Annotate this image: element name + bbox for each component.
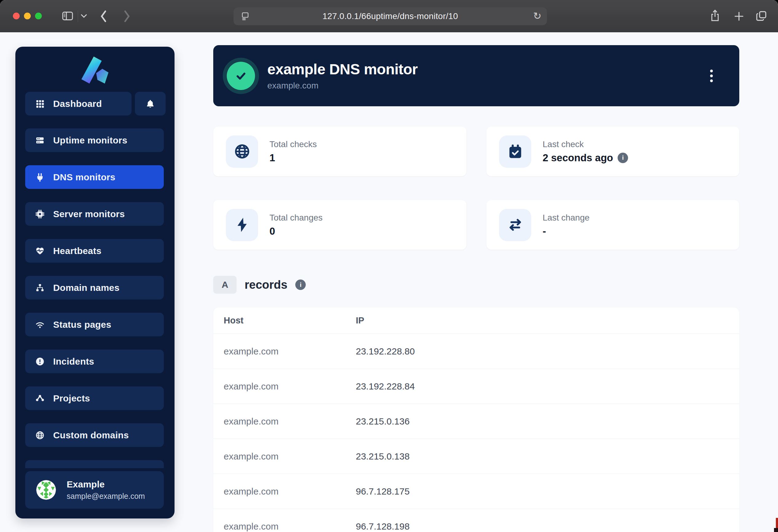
- new-tab-icon[interactable]: [733, 10, 745, 22]
- sidebar-item-label: Uptime monitors: [53, 135, 127, 146]
- back-button[interactable]: [99, 10, 108, 23]
- sidebar-toggle-icon[interactable]: [61, 10, 74, 22]
- server-stack-icon: [35, 136, 45, 145]
- screen-corner-artifact: [774, 528, 778, 532]
- sidebar-item-label: Custom domains: [53, 430, 129, 440]
- sidebar-item-label: Domain names: [53, 283, 120, 293]
- ip-cell: 96.7.128.198: [356, 521, 739, 532]
- notifications-button[interactable]: [135, 92, 166, 115]
- microchip-icon: [35, 209, 45, 219]
- host-cell: example.com: [224, 486, 356, 497]
- table-row: example.com 96.7.128.198: [213, 509, 739, 532]
- toolbar-divider: [78, 10, 78, 22]
- sidebar-item-heartbeats[interactable]: Heartbeats: [25, 239, 164, 263]
- account-name: Example: [67, 479, 145, 490]
- info-icon[interactable]: i: [618, 153, 628, 163]
- stat-value: -: [543, 226, 590, 237]
- avatar: [36, 480, 56, 500]
- host-cell: example.com: [224, 346, 356, 357]
- sidebar-item-dns-monitors[interactable]: DNS monitors: [25, 165, 164, 189]
- ip-cell: 23.192.228.80: [356, 346, 739, 357]
- browser-toolbar: 127.0.0.1/66uptime/dns-monitor/10 ↻: [0, 0, 778, 32]
- grid-icon: [35, 99, 45, 109]
- calendar-check-icon: [499, 136, 531, 168]
- sidebar-item-label: Status pages: [53, 320, 111, 330]
- browser-window: 127.0.0.1/66uptime/dns-monitor/10 ↻: [0, 0, 778, 532]
- stat-label: Last check: [543, 140, 628, 149]
- info-icon[interactable]: i: [295, 279, 306, 290]
- status-up-icon: [227, 62, 255, 90]
- sidebar-item-dashboard[interactable]: Dashboard: [25, 92, 132, 115]
- stat-card-last-change: Last change -: [486, 200, 739, 250]
- sidebar-item-label: Server monitors: [53, 209, 125, 219]
- monitor-options-button[interactable]: [708, 67, 715, 84]
- sidebar-item-label: Dashboard: [53, 99, 102, 109]
- url-text: 127.0.0.1/66uptime/dns-monitor/10: [323, 11, 458, 21]
- chevron-down-icon[interactable]: [80, 13, 87, 18]
- column-header-host: Host: [224, 316, 356, 326]
- ip-cell: 23.215.0.138: [356, 451, 739, 462]
- tab-overview-icon[interactable]: [755, 10, 768, 22]
- sidebar-item-domain-names[interactable]: Domain names: [25, 276, 164, 299]
- exclamation-circle-icon: [35, 357, 45, 366]
- zoom-window-button[interactable]: [35, 13, 42, 19]
- address-bar[interactable]: 127.0.0.1/66uptime/dns-monitor/10 ↻: [234, 7, 547, 25]
- sidebar-item-label: DNS monitors: [53, 172, 115, 182]
- stat-label: Last change: [543, 213, 590, 223]
- forward-button[interactable]: [122, 10, 132, 23]
- globe-icon: [226, 136, 258, 168]
- minimize-window-button[interactable]: [24, 13, 31, 19]
- table-row: example.com 23.192.228.84: [213, 369, 739, 404]
- ip-cell: 23.192.228.84: [356, 381, 739, 391]
- account-email: sample@example.com: [67, 492, 145, 501]
- record-type-badge: A: [213, 276, 237, 294]
- stat-label: Total changes: [269, 213, 323, 223]
- table-row: example.com 96.7.128.175: [213, 474, 739, 509]
- stat-value: 1: [269, 152, 317, 164]
- records-title: records: [245, 278, 287, 291]
- page-settings-icon[interactable]: [240, 11, 250, 22]
- plug-icon: [35, 172, 45, 182]
- bolt-icon: [226, 209, 258, 241]
- host-cell: example.com: [224, 381, 356, 391]
- bell-icon: [145, 99, 155, 109]
- table-header-row: Host IP: [213, 307, 739, 334]
- reload-icon[interactable]: ↻: [533, 10, 541, 22]
- stat-card-total-checks: Total checks 1: [213, 126, 466, 176]
- sitemap-icon: [35, 283, 45, 293]
- globe-icon: [35, 430, 45, 440]
- sidebar-item-projects[interactable]: Projects: [25, 386, 164, 410]
- screen: 127.0.0.1/66uptime/dns-monitor/10 ↻: [0, 0, 778, 532]
- host-cell: example.com: [224, 521, 356, 532]
- monitor-title: example DNS monitor: [267, 61, 417, 78]
- share-icon[interactable]: [709, 9, 721, 23]
- table-row: example.com 23.215.0.138: [213, 439, 739, 474]
- records-table: Host IP example.com 23.192.228.80 exampl…: [213, 307, 739, 532]
- table-row: example.com 23.215.0.136: [213, 404, 739, 439]
- sidebar-item-partial[interactable]: [25, 460, 164, 468]
- ip-cell: 96.7.128.175: [356, 486, 739, 497]
- sidebar: Dashboard Uptime monitors: [15, 47, 174, 519]
- sidebar-item-server-monitors[interactable]: Server monitors: [25, 202, 164, 226]
- app-logo: [80, 55, 110, 85]
- host-cell: example.com: [224, 416, 356, 427]
- close-window-button[interactable]: [13, 13, 20, 19]
- swap-arrows-icon: [499, 209, 531, 241]
- host-cell: example.com: [224, 451, 356, 462]
- sidebar-item-label: Incidents: [53, 356, 94, 367]
- stat-label: Total checks: [269, 140, 317, 149]
- sidebar-item-uptime-monitors[interactable]: Uptime monitors: [25, 128, 164, 152]
- heart-pulse-icon: [35, 246, 45, 256]
- monitor-header-card: example DNS monitor example.com: [213, 45, 739, 106]
- sidebar-item-incidents[interactable]: Incidents: [25, 350, 164, 373]
- nodes-icon: [35, 393, 45, 403]
- account-menu[interactable]: Example sample@example.com: [25, 471, 164, 509]
- stat-card-total-changes: Total changes 0: [213, 200, 466, 250]
- sidebar-item-status-pages[interactable]: Status pages: [25, 313, 164, 336]
- records-section-header: A records i: [213, 275, 306, 294]
- sidebar-item-custom-domains[interactable]: Custom domains: [25, 423, 164, 447]
- stat-card-last-check: Last check 2 seconds ago i: [486, 126, 739, 176]
- sidebar-item-label: Projects: [53, 393, 90, 404]
- wifi-icon: [35, 320, 45, 330]
- column-header-ip: IP: [356, 316, 739, 326]
